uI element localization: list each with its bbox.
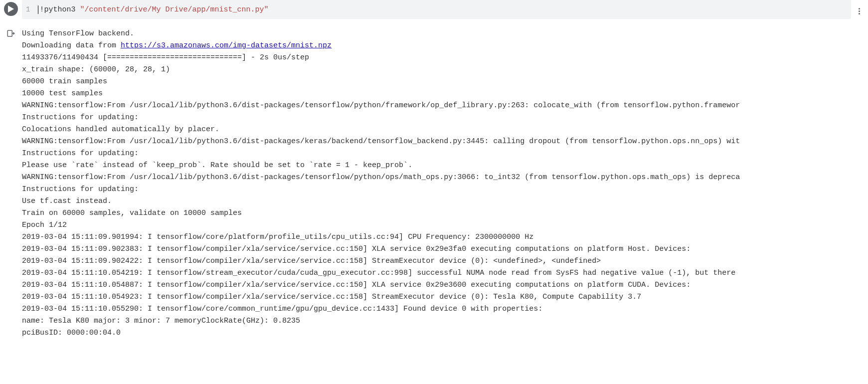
output-text[interactable]: Using TensorFlow backend. Downloading da… — [22, 28, 868, 339]
output-line: pciBusID: 0000:00:04.0 — [22, 327, 865, 339]
output-line: Instructions for updating: — [22, 184, 865, 195]
output-line: Downloading data from https://s3.amazona… — [22, 40, 865, 52]
play-icon — [8, 5, 14, 12]
svg-rect-0 — [7, 30, 12, 36]
output-line: Instructions for updating: — [22, 112, 865, 124]
output-line: 2019-03-04 15:11:09.902383: I tensorflow… — [22, 243, 865, 255]
code-path: "/content/drive/My Drive/app/mnist_cnn.p… — [80, 5, 268, 14]
output-line: 2019-03-04 15:11:10.054219: I tensorflow… — [22, 267, 865, 279]
code-command: python3 — [44, 5, 80, 14]
output-line: 60000 train samples — [22, 76, 865, 88]
download-link[interactable]: https://s3.amazonaws.com/img-datasets/mn… — [121, 41, 332, 50]
output-line: WARNING:tensorflow:From /usr/local/lib/p… — [22, 172, 865, 184]
output-line: Using TensorFlow backend. — [22, 28, 865, 40]
output-line: Train on 60000 samples, validate on 1000… — [22, 207, 865, 219]
clear-output-button[interactable] — [6, 29, 15, 339]
output-line: Please use `rate` instead of `keep_prob`… — [22, 160, 865, 172]
code-gutter — [0, 0, 22, 19]
output-line: 2019-03-04 15:11:10.055290: I tensorflow… — [22, 303, 865, 315]
output-gutter — [0, 28, 22, 339]
code-cell: 1 !python3 "/content/drive/My Drive/app/… — [0, 0, 868, 19]
kebab-icon — [859, 5, 860, 14]
code-content: !python3 "/content/drive/My Drive/app/mn… — [38, 5, 268, 14]
line-number: 1 — [26, 5, 33, 13]
cell-menu-button[interactable] — [853, 0, 865, 19]
output-row: Using TensorFlow backend. Downloading da… — [0, 28, 868, 339]
output-line: 11493376/11490434 [=====================… — [22, 52, 865, 64]
output-line: 2019-03-04 15:11:09.902422: I tensorflow… — [22, 255, 865, 267]
output-line: WARNING:tensorflow:From /usr/local/lib/p… — [22, 100, 865, 112]
output-line: 2019-03-04 15:11:10.054887: I tensorflow… — [22, 279, 865, 291]
output-line: Epoch 1/12 — [22, 219, 865, 231]
output-line: 2019-03-04 15:11:10.054923: I tensorflow… — [22, 291, 865, 303]
output-line: 2019-03-04 15:11:09.901994: I tensorflow… — [22, 231, 865, 243]
output-line: Colocations handled automatically by pla… — [22, 124, 865, 136]
output-line: Instructions for updating: — [22, 148, 865, 160]
output-line: WARNING:tensorflow:From /usr/local/lib/p… — [22, 136, 865, 148]
output-line: name: Tesla K80 major: 3 minor: 7 memory… — [22, 315, 865, 327]
code-input[interactable]: 1 !python3 "/content/drive/My Drive/app/… — [22, 0, 851, 19]
output-arrow-icon — [6, 29, 15, 38]
output-line: x_train shape: (60000, 28, 28, 1) — [22, 64, 865, 76]
output-line: Use tf.cast instead. — [22, 195, 865, 207]
output-line: 10000 test samples — [22, 88, 865, 100]
run-button[interactable] — [4, 2, 18, 16]
